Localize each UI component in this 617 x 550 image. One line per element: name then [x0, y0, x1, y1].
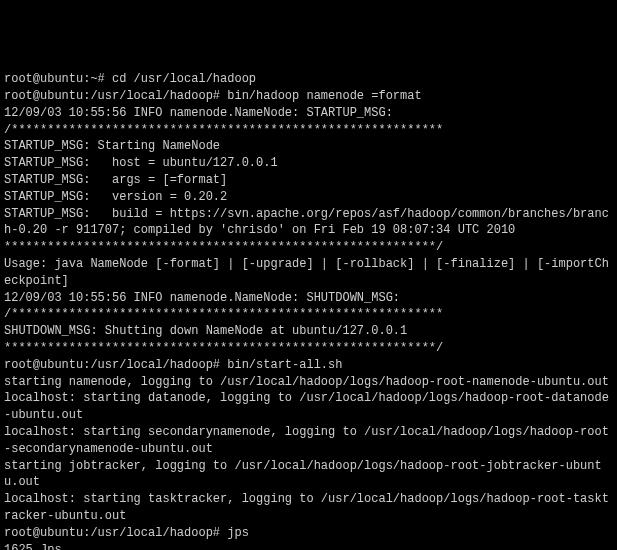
- terminal-line: root@ubuntu:/usr/local/hadoop# bin/start…: [4, 357, 613, 374]
- terminal-line: STARTUP_MSG: host = ubuntu/127.0.0.1: [4, 155, 613, 172]
- terminal-output: root@ubuntu:~# cd /usr/local/hadooproot@…: [4, 71, 613, 550]
- terminal-line: 12/09/03 10:55:56 INFO namenode.NameNode…: [4, 105, 613, 122]
- terminal-line: STARTUP_MSG: args = [=format]: [4, 172, 613, 189]
- terminal-line: STARTUP_MSG: build = https://svn.apache.…: [4, 206, 613, 240]
- terminal-line: STARTUP_MSG: Starting NameNode: [4, 138, 613, 155]
- terminal-line: SHUTDOWN_MSG: Shutting down NameNode at …: [4, 323, 613, 340]
- terminal-line: root@ubuntu:/usr/local/hadoop# jps: [4, 525, 613, 542]
- terminal-line: localhost: starting datanode, logging to…: [4, 390, 613, 424]
- terminal-line: starting namenode, logging to /usr/local…: [4, 374, 613, 391]
- terminal-line: root@ubuntu:~# cd /usr/local/hadoop: [4, 71, 613, 88]
- terminal-line: ****************************************…: [4, 340, 613, 357]
- terminal-line: /***************************************…: [4, 122, 613, 139]
- terminal-line: 1625 Jps: [4, 542, 613, 551]
- terminal-line: /***************************************…: [4, 306, 613, 323]
- terminal-line: root@ubuntu:/usr/local/hadoop# bin/hadoo…: [4, 88, 613, 105]
- terminal-line: 12/09/03 10:55:56 INFO namenode.NameNode…: [4, 290, 613, 307]
- terminal-line: ****************************************…: [4, 239, 613, 256]
- terminal-line: starting jobtracker, logging to /usr/loc…: [4, 458, 613, 492]
- terminal-line: localhost: starting tasktracker, logging…: [4, 491, 613, 525]
- terminal-line: Usage: java NameNode [-format] | [-upgra…: [4, 256, 613, 290]
- terminal-line: localhost: starting secondarynamenode, l…: [4, 424, 613, 458]
- terminal-line: STARTUP_MSG: version = 0.20.2: [4, 189, 613, 206]
